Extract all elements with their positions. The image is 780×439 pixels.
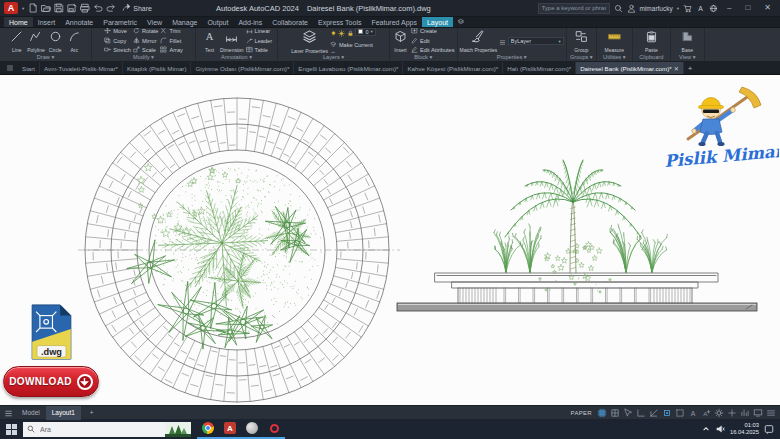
layout-menu-icon[interactable] [4, 404, 13, 422]
rotate-button[interactable]: Rotate [133, 28, 158, 36]
osnap-icon[interactable] [662, 408, 672, 418]
ribbon-tab-express-tools[interactable]: Express Tools [313, 17, 366, 27]
workspace-gear-icon[interactable] [714, 408, 724, 418]
new-icon[interactable] [28, 3, 38, 13]
user-menu-caret-icon[interactable]: ▾ [677, 6, 679, 11]
panel-label-layers[interactable]: Layers ▾ [278, 53, 389, 61]
undo-icon[interactable] [93, 3, 103, 13]
plot-icon[interactable] [80, 3, 90, 13]
file-tab-dairesel-bank-pislikmimar-com[interactable]: Dairesel Bank (PislikMimar.com)*✕ [576, 62, 684, 74]
file-tabs-menu-icon[interactable] [2, 62, 18, 74]
sun-icon[interactable] [338, 28, 345, 41]
leader-button[interactable]: Leader [246, 37, 272, 46]
minimize-button[interactable]: – [722, 0, 736, 16]
ribbon-tab-output[interactable]: Output [202, 17, 233, 27]
create-button[interactable]: Create [411, 28, 455, 36]
file-tab-engelli-lavabosu-pislikmimar-com[interactable]: Engelli Lavabosu (PislikMimar.com)* [294, 62, 403, 74]
ribbon-tab-featured-apps[interactable]: Featured Apps [366, 17, 422, 27]
ribbon-options-icon[interactable] [453, 17, 469, 27]
ribbon-tab-add-ins[interactable]: Add-ins [233, 17, 267, 27]
notification-icon[interactable] [764, 424, 774, 434]
circle-button[interactable]: Circle [47, 29, 64, 53]
linear-button[interactable]: Linear [246, 28, 272, 36]
dynamic-input-icon[interactable] [623, 408, 633, 418]
ribbon-tab-insert[interactable]: Insert [33, 17, 61, 27]
table-button[interactable]: Table [246, 46, 272, 53]
volume-icon[interactable] [715, 424, 725, 434]
saveas-icon[interactable] [67, 3, 77, 13]
file-tab-kahve-k-esi-pislikmimar-com[interactable]: Kahve Köşesi (PislikMimar.com)* [403, 62, 503, 74]
file-tab-hal-pislikmimar-com[interactable]: Halı (PislikMimar.com)* [503, 62, 576, 74]
layout-tab-model[interactable]: Model [16, 406, 46, 420]
maximize-button[interactable]: □ [740, 0, 755, 16]
ribbon-tab-parametric[interactable]: Parametric [98, 17, 142, 27]
ribbon-tab-layout[interactable]: Layout [422, 17, 453, 27]
tray-expand-icon[interactable] [702, 425, 710, 433]
space-indicator[interactable]: PAPER [571, 410, 592, 416]
bulb-icon[interactable] [330, 28, 337, 41]
panel-label-modify[interactable]: Modify ▾ [92, 53, 195, 61]
signed-in-user[interactable]: mimarfucky [640, 5, 673, 12]
group-button[interactable]: Group [573, 29, 590, 53]
layer-properties-button[interactable]: Layer Properties [291, 29, 328, 54]
save-icon[interactable] [54, 3, 64, 13]
file-tab-avm-tuvaleti-pislik-mimar[interactable]: Avm-Tuvaleti-Pislik-Mimar* [40, 62, 123, 74]
layer-select[interactable]: 0▾ [355, 28, 375, 36]
insert-button[interactable]: Insert [392, 29, 409, 53]
panel-label-properties[interactable]: Properties ▾ [458, 53, 566, 61]
open-icon[interactable] [41, 3, 51, 13]
new-file-tab-button[interactable]: + [684, 62, 697, 74]
stretch-button[interactable]: Stretch [104, 46, 131, 53]
user-icon[interactable] [627, 0, 636, 17]
taskbar-autocad-icon[interactable]: A [219, 419, 241, 439]
ribbon-tab-annotate[interactable]: Annotate [60, 17, 98, 27]
taskbar-app-icon[interactable] [241, 419, 263, 439]
panel-label-groups[interactable]: Groups ▾ [567, 53, 596, 61]
download-button[interactable]: DOWNLOAD [3, 366, 99, 397]
panel-label-view[interactable]: View ▾ [671, 53, 704, 61]
line-button[interactable]: Line [8, 29, 25, 53]
scale-button[interactable]: Scale [133, 46, 158, 53]
arc-button[interactable]: Arc [66, 29, 83, 53]
taskbar-search-input[interactable] [38, 425, 148, 434]
autoscale-icon[interactable]: A [701, 408, 711, 418]
panel-label-draw[interactable]: Draw ▾ [0, 53, 91, 61]
edit-attributes-button[interactable]: Edit Attributes [411, 46, 455, 53]
panel-label-annotation[interactable]: Annotation ▾ [196, 53, 277, 61]
close-button[interactable]: ✕ [759, 0, 776, 16]
dimension-button[interactable]: Dimension [220, 29, 244, 53]
layout-tab-layout1[interactable]: Layout1 [46, 406, 81, 420]
search-icon[interactable] [614, 0, 623, 17]
autocad-logo-icon[interactable]: A [4, 2, 18, 14]
panel-label-clipboard[interactable]: Clipboard [633, 53, 670, 61]
edit-button[interactable]: Edit [411, 37, 455, 46]
bylayer-select-1[interactable]: ByLayer▾ [508, 37, 564, 45]
base-button[interactable]: Base [679, 29, 696, 53]
autodesk-a-icon[interactable]: A [696, 0, 705, 17]
help-search-input[interactable] [538, 3, 610, 14]
copy-button[interactable]: Copy [104, 37, 131, 46]
ribbon-tab-home[interactable]: Home [4, 17, 33, 27]
panel-label-block[interactable]: Block ▾ [390, 53, 457, 61]
help-globe-icon[interactable] [709, 0, 718, 17]
mirror-button[interactable]: Mirror [133, 37, 158, 46]
snap-icon[interactable] [610, 408, 620, 418]
make-current-button[interactable]: Make Current [330, 41, 376, 50]
fillet-button[interactable]: Fillet [160, 37, 182, 46]
array-button[interactable]: Array [160, 46, 182, 53]
grid-icon[interactable] [597, 408, 607, 418]
list-icon[interactable] [499, 32, 506, 50]
customization-menu-icon[interactable] [766, 408, 776, 418]
ribbon-tab-collaborate[interactable]: Collaborate [267, 17, 313, 27]
polar-tracking-icon[interactable] [649, 408, 659, 418]
share-button[interactable]: Share [122, 3, 152, 13]
new-layout-button[interactable]: + [84, 406, 100, 420]
redo-icon[interactable] [106, 3, 116, 13]
annotation-visibility-icon[interactable]: A [688, 408, 698, 418]
polyline-button[interactable]: Polyline [27, 29, 45, 53]
taskbar-chrome-icon[interactable] [197, 419, 219, 439]
clean-screen-icon[interactable] [753, 408, 763, 418]
file-tab-start[interactable]: Start [18, 62, 40, 74]
plus-icon[interactable] [727, 408, 737, 418]
drawing-canvas[interactable]: Pislik Mimar .dwg DOWNLOAD [0, 75, 780, 405]
